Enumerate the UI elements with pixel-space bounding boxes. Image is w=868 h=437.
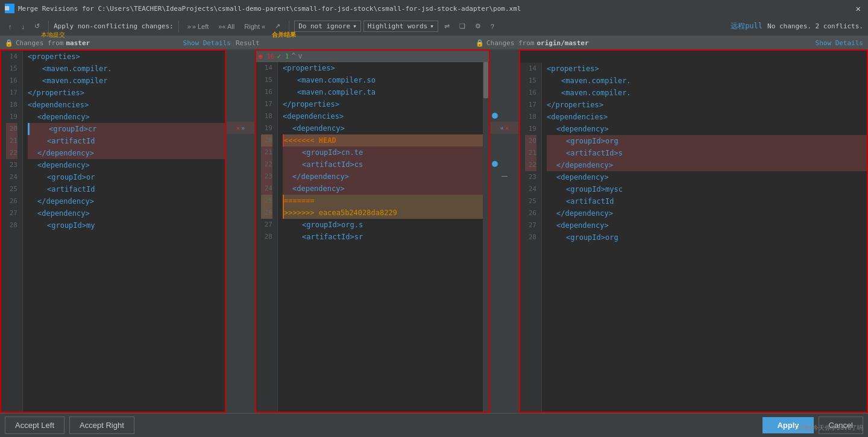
all-button[interactable]: »« All [215,22,238,31]
bottom-bar: Accept Left Accept Right Apply Cancel [0,413,868,437]
info-bar: 🔒 Changes from master 本地提交 Show Details … [0,36,868,49]
left-line-17: </properties> [28,87,225,99]
mid-line-19: <dependency> [283,122,483,134]
div-item-24 [227,170,254,182]
watermark: CSDN@今天你学Java了吗 [794,424,863,432]
title-bar: ■ Merge Revisions for C:\Users\TEACHER\I… [0,0,868,17]
left-line-25: <artifactId [28,183,225,195]
left-line-23: <dependency> [28,159,225,171]
left-divider: ✕ » [226,49,255,413]
rdiv-item-15 [491,61,518,74]
left-panel: 14 15 16 17 18 19 20 21 22 23 24 25 26 2… [0,49,226,413]
div-item-27 [227,206,254,218]
left-code-content: <properties> <maven.compiler. <maven.com… [23,51,225,412]
div-item-23 [227,158,254,170]
lock-icon-left: 🔒 [5,39,13,47]
down-button[interactable]: ↓ [18,22,29,31]
right-info: 🔒 Changes from origin/master Show Detail… [476,39,863,47]
toolbar-right: 远程pull No changes. 2 conflicts. [731,21,863,31]
conflict-error-count: ● 16 [259,52,275,60]
left-line-21: <artifactId [28,135,225,147]
div-item-28 [227,218,254,230]
accept-right-button[interactable]: Accept Right [69,417,134,434]
changes-from-label-right: Changes from [486,39,534,47]
mid-line-18: <dependencies> [283,110,483,122]
ignore-dropdown[interactable]: Do not ignore ▾ [294,20,361,32]
conflict-status: No changes. 2 conflicts. [767,22,863,30]
left-line-15: <maven.compiler. [28,63,225,75]
rdiv-item-19 [491,110,518,122]
div-item-21 [227,134,254,146]
highlight-dropdown[interactable]: Highlight words ▾ [363,20,438,32]
left-line-14: <properties> [28,51,225,63]
mid-line-27: <groupId>org.s [283,219,483,231]
conflict-up-arrow[interactable]: ^ [291,52,295,60]
div-item-19 [227,110,254,122]
merge-result-label: 合并结果 [272,31,296,39]
right-code-panel[interactable]: 14 15 16 17 18 19 20 21 22 23 24 25 26 2… [520,63,867,412]
div-item-25 [227,182,254,194]
accept-left-button[interactable]: Accept Left [5,417,64,434]
right-button[interactable]: Right « [241,22,269,31]
mid-line-24: <dependency> [283,183,483,195]
app-icon: ■ [5,4,14,13]
right-line-19: <dependency> [547,123,867,135]
rdiv-item-20[interactable]: « ✕ [491,122,518,134]
line-indicator [502,176,508,177]
rdiv-item-21 [491,134,518,146]
right-line-25: <artifactId [547,195,867,207]
middle-code-content: <properties> <maven.compiler.so <maven.c… [278,62,483,412]
div-item-16 [227,74,254,86]
mid-line-26: >>>>>>> eacea5b24028da8229 [283,207,483,219]
left-line-numbers: 14 15 16 17 18 19 20 21 22 23 24 25 26 2… [1,51,23,412]
reject-left-icon[interactable]: ✕ [236,124,241,132]
help-icon[interactable]: ? [487,22,498,31]
mid-line-22: <artifactId>cs [283,159,483,171]
show-details-right[interactable]: Show Details [816,39,863,47]
blue-dot-23 [492,161,498,167]
left-line-27: <dependency> [28,207,225,219]
local-commit-label: 本地提交 [41,31,65,39]
left-line-19: <dependency> [28,111,225,123]
result-label: Result [236,39,260,47]
middle-panel: ● 16 ✓ 1 ^ v 14 15 16 17 18 19 20 21 22 … [255,49,490,413]
up-button[interactable]: ↑ [5,22,16,31]
left-code-panel[interactable]: 14 15 16 17 18 19 20 21 22 23 24 25 26 2… [1,51,225,412]
reject-right-icon[interactable]: ✕ [505,124,509,132]
close-button[interactable]: ✕ [854,4,863,13]
split-icon[interactable]: ⇌ [441,21,453,31]
middle-code-panel[interactable]: 14 15 16 17 18 19 20 21 22 23 24 25 26 2… [256,62,489,412]
blue-dot-19 [492,113,498,119]
left-button[interactable]: » » Left [184,22,213,31]
right-line-22: </dependency> [547,159,867,171]
right-line-21: <artifactId>s [547,147,867,159]
rdiv-item-18 [491,98,518,110]
conflict-down-arrow[interactable]: v [298,52,303,60]
middle-scrollbar[interactable] [483,62,489,412]
mid-line-15: <maven.compiler.so [283,74,483,86]
left-line-24: <groupId>or [28,171,225,183]
right-line-14: <properties> [547,63,867,75]
toolbar: ↑ ↓ ↺ Apply non-conflicting changes: » »… [0,17,868,36]
left-line-20: <groupId>cr [28,123,225,135]
conflict-nav: ● 16 ✓ 1 ^ v [256,51,489,62]
arrow-button[interactable]: ↗ [271,21,284,31]
rdiv-item-16 [491,74,518,86]
conflict-check-count: ✓ 1 [277,52,289,60]
div-item-20[interactable]: ✕ » [227,122,254,134]
accept-right-icon[interactable]: « [500,125,504,131]
show-details-left[interactable]: Show Details [183,39,231,47]
refresh-button[interactable]: ↺ [31,21,43,31]
remote-pull-link[interactable]: 远程pull [731,21,763,31]
accept-left-icon[interactable]: » [241,125,245,131]
mid-line-17: </properties> [283,98,483,110]
gear-icon[interactable]: ⚙ [471,21,485,31]
middle-scroll-thumb[interactable] [483,62,488,98]
right-panel: 14 15 16 17 18 19 20 21 22 23 24 25 26 2… [519,49,868,413]
copy-icon[interactable]: ❑ [456,21,469,31]
div-item-26 [227,194,254,206]
lock-icon-right: 🔒 [476,39,484,47]
main-area: 14 15 16 17 18 19 20 21 22 23 24 25 26 2… [0,49,868,413]
mid-line-25: ======= [283,195,483,207]
right-line-18: <dependencies> [547,111,867,123]
